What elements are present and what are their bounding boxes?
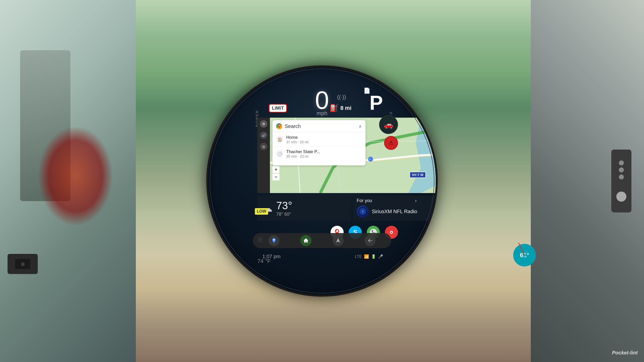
mic-status-icon: 🎤 xyxy=(378,254,383,259)
map-display[interactable]: • Search ∧ 🏠 Home 37 min · 25 mi xyxy=(270,118,438,193)
outside-temp-display: 61° xyxy=(513,244,536,266)
gear-display: P xyxy=(370,91,383,114)
interior-temp-display: 74 °F xyxy=(257,258,271,264)
svg-point-11 xyxy=(391,232,392,233)
nav-maps-button[interactable] xyxy=(268,235,279,246)
media-item-siriusxm[interactable]: S SiriusXM NFL Radio xyxy=(357,205,438,217)
vent-slat xyxy=(619,167,624,172)
document-icon: 📄 xyxy=(364,87,370,94)
car-warning-icon: ⚠ xyxy=(384,136,398,150)
nav-navigate-button[interactable] xyxy=(333,235,344,246)
thacher-destination-info: Thacher State P... 35 min · 23 mi xyxy=(286,149,362,158)
search-panel[interactable]: Search ∧ 🏠 Home 37 min · 25 mi 🕐 Thacher… xyxy=(272,120,366,165)
main-display[interactable]: 0 mph P ((·)) LiMiT ⛽ 8 mi POWER FUEL 📄 … xyxy=(206,65,438,297)
pocketlint-text: Pocket-lint xyxy=(612,350,638,355)
map-sidebar: ⚙ 🔊 ◎ xyxy=(257,118,270,193)
svg-text:•: • xyxy=(369,158,370,161)
wireless-signal-icon: ((·)) xyxy=(337,94,346,100)
wifi-signal-icon: 📶 xyxy=(364,254,369,259)
settings-icon[interactable]: ⚙ xyxy=(260,120,267,128)
vent-knob-control[interactable] xyxy=(616,192,626,202)
temp-gauge: 61° xyxy=(513,244,536,266)
thacher-destination-icon: 🕐 xyxy=(276,150,283,157)
mileage-value: 8 mi xyxy=(340,105,351,111)
for-you-header: For you › xyxy=(357,198,438,203)
lte-signal-icon: LTE xyxy=(355,254,362,259)
home-destination-details: 37 min · 25 mi xyxy=(286,140,362,144)
weather-range: 78° 60° xyxy=(276,212,292,217)
speed-unit: mph xyxy=(315,110,329,117)
for-you-arrow-icon[interactable]: › xyxy=(415,198,417,203)
volume-icon[interactable]: 🔊 xyxy=(260,131,267,139)
switch-cluster: ⊟ xyxy=(8,254,38,274)
weather-info: 73° 78° 60° xyxy=(276,200,292,217)
search-bar[interactable]: Search ∧ xyxy=(272,120,366,132)
weather-widget: ☁ 73° 78° 60° xyxy=(257,196,350,221)
speed-value: 0 xyxy=(315,87,329,113)
dashboard-right xyxy=(518,0,644,362)
svg-text:S: S xyxy=(361,209,364,213)
car-status-group: 🚗 ⚠ xyxy=(379,115,398,150)
speed-limit-badge: LiMiT xyxy=(269,104,287,113)
home-destination-info: Home 37 min · 25 mi xyxy=(286,135,362,144)
siriusxm-icon: S xyxy=(357,205,369,217)
station-name: SiriusXM NFL Radio xyxy=(372,209,417,214)
interior-temp-value: 74 °F xyxy=(257,258,271,264)
highway-sign: NY-7 W xyxy=(410,172,426,178)
low-indicator: LOW xyxy=(255,208,268,215)
destination-home[interactable]: 🏠 Home 37 min · 25 mi xyxy=(272,132,366,147)
search-chevron-icon[interactable]: ∧ xyxy=(359,124,362,129)
battery-icon: 🔋 xyxy=(371,254,376,259)
svg-point-1 xyxy=(368,157,373,162)
zoom-out-button[interactable]: − xyxy=(272,173,279,180)
pocketlint-brand: Pocket-lint xyxy=(612,350,638,356)
nav-home-button[interactable] xyxy=(300,235,311,246)
svg-point-12 xyxy=(273,239,275,241)
vent-slat xyxy=(619,174,624,179)
vent-slat xyxy=(619,160,624,165)
car-ambient-glow xyxy=(38,126,113,226)
zoom-in-button[interactable]: + xyxy=(272,166,279,173)
map-zoom-controls: + − xyxy=(272,166,279,180)
air-vent-right xyxy=(611,150,631,212)
nav-back-button[interactable] xyxy=(365,235,376,246)
speed-display: 0 mph xyxy=(315,87,329,117)
mileage-display: ⛽ 8 mi xyxy=(330,104,351,112)
weather-temperature: 73° xyxy=(276,200,292,212)
fuel-icon: ⛽ xyxy=(330,104,338,112)
car-status-icon-main: 🚗 xyxy=(379,115,398,134)
thacher-destination-name: Thacher State P... xyxy=(286,149,362,154)
bottom-nav-bar xyxy=(253,233,391,248)
google-maps-logo xyxy=(276,123,282,129)
signal-indicators: LTE 📶 🔋 🎤 xyxy=(355,254,383,259)
home-destination-name: Home xyxy=(286,135,362,140)
search-label: Search xyxy=(285,123,356,129)
for-you-label: For you xyxy=(357,198,372,203)
location-icon[interactable]: ◎ xyxy=(260,143,267,150)
thacher-destination-details: 35 min · 23 mi xyxy=(286,154,362,158)
media-widget[interactable]: For you › S SiriusXM NFL Radio xyxy=(353,196,438,221)
destination-thacher[interactable]: 🕐 Thacher State P... 35 min · 23 mi xyxy=(272,147,366,161)
svg-point-3 xyxy=(279,125,280,126)
speed-limit-text: LiMiT xyxy=(272,106,284,111)
status-bar: 1:07 pm LTE 📶 🔋 🎤 👤 xyxy=(257,252,438,261)
home-destination-icon: 🏠 xyxy=(276,136,283,143)
